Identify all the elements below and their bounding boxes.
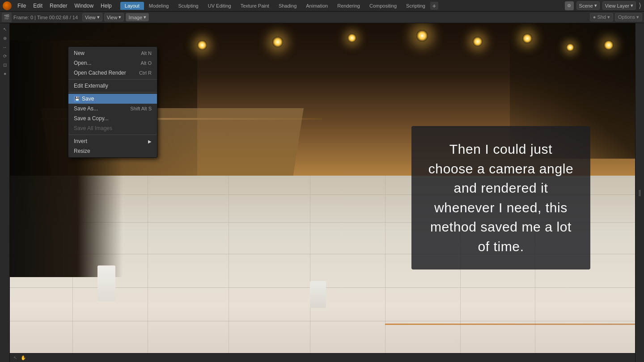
menu-item-save-all: Save All Images [68, 123, 157, 133]
menu-item-edit-externally-label: Edit Externally [74, 83, 108, 89]
status-cursor-icon: ↖ [13, 355, 17, 360]
light-5 [473, 37, 483, 46]
tile-line-v4 [310, 176, 310, 362]
tab-animation[interactable]: Animation [301, 2, 332, 10]
engine-icon: ⚙ [565, 1, 574, 10]
tab-shading[interactable]: Shading [274, 2, 301, 10]
view-layer-dropdown[interactable]: View Layer ▾ [602, 1, 636, 10]
view-type-icon: 🎬 [2, 13, 12, 22]
tab-uv-editing[interactable]: UV Editing [203, 2, 236, 10]
menu-item-invert[interactable]: Invert ▶ [68, 136, 157, 146]
options-btn[interactable]: Options ▾ [615, 13, 642, 21]
menu-item-open-cached-label: Open Cached Render [74, 70, 126, 76]
view-btn2[interactable]: View ▾ [104, 13, 124, 21]
menu-item-save[interactable]: 💾 Save [68, 94, 157, 104]
view-menu-label: View [85, 15, 96, 20]
view-btn2-label: View [107, 15, 118, 20]
blender-logo [3, 1, 12, 10]
image-menu-label: Image [128, 15, 142, 20]
light-8 [604, 40, 614, 50]
tile-line-v5 [385, 176, 386, 362]
white-obj-1 [97, 265, 115, 301]
scene-dropdown[interactable]: Scene ▾ [576, 1, 600, 10]
top-right-controls: ⚙ Scene ▾ View Layer ▾ ⟩ [565, 1, 641, 10]
status-move-icon: ✋ [21, 355, 26, 360]
menu-item-save-as[interactable]: Save As... Shift Alt S [68, 104, 157, 114]
menu-item-save-copy[interactable]: Save a Copy... [68, 114, 157, 123]
main-content: ↖ ⊕ ↔ ⟳ ⊡ ✦ [0, 23, 644, 362]
sidebar-tool-2[interactable]: ⊕ [1, 34, 9, 42]
shading-dropdown[interactable]: ● Shd ▾ [590, 13, 613, 21]
menu-item-open-shortcut: Alt O [141, 60, 152, 66]
white-obj-2 [310, 281, 326, 308]
light-4 [416, 30, 428, 42]
floor-accent [385, 324, 635, 325]
separator-2 [68, 92, 157, 93]
tile-line-v2 [148, 176, 148, 362]
expand-icon[interactable]: ⟩ [639, 1, 641, 10]
view-layer-label: View Layer [605, 3, 629, 8]
subtitle-overlay: Then I could just choose a camera angle … [411, 126, 590, 269]
tab-scripting[interactable]: Scripting [402, 2, 430, 10]
tab-compositing[interactable]: Compositing [365, 2, 401, 10]
tile-line-v3 [229, 176, 229, 362]
menu-item-save-as-shortcut: Shift Alt S [130, 106, 152, 111]
menu-item-new[interactable]: New Alt N [68, 48, 157, 58]
menu-item-invert-label: Invert [74, 138, 87, 144]
tab-layout[interactable]: Layout [120, 2, 144, 10]
tab-texture-paint[interactable]: Texture Paint [236, 2, 274, 10]
menu-item-new-shortcut: Alt N [141, 51, 152, 56]
menu-item-save-as-label: Save As... [74, 105, 98, 112]
separator-3 [68, 135, 157, 135]
right-sidebar-handle[interactable]: ‖ [635, 23, 644, 362]
menu-file[interactable]: File [14, 2, 29, 10]
menu-item-resize-label: Resize [74, 148, 90, 154]
menu-item-open-label: Open... [74, 60, 91, 66]
image-dropdown-menu: New Alt N Open... Alt O Open Cached Rend… [68, 46, 157, 158]
menu-help[interactable]: Help [97, 2, 115, 10]
second-toolbar: 🎬 Frame: 0 | Time 00:02:68 / 14 View ▾ V… [0, 12, 644, 23]
viewport-status-bar: ↖ ✋ [10, 353, 635, 362]
sidebar-tool-3[interactable]: ↔ [1, 43, 9, 51]
sidebar-tool-4[interactable]: ⟳ [1, 52, 9, 60]
menu-item-save-all-label: Save All Images [74, 125, 112, 131]
tab-rendering[interactable]: Rendering [333, 2, 364, 10]
menu-item-save-label: Save [82, 96, 94, 102]
sidebar-tool-1[interactable]: ↖ [1, 25, 9, 33]
add-workspace-button[interactable]: + [430, 2, 438, 10]
viewport-area: Then I could just choose a camera angle … [10, 23, 635, 362]
menu-item-save-copy-label: Save a Copy... [74, 115, 109, 122]
separator-1 [68, 79, 157, 80]
menu-render[interactable]: Render [47, 2, 70, 10]
menu-item-edit-externally[interactable]: Edit Externally [68, 81, 157, 91]
tab-sculpting[interactable]: Sculpting [174, 2, 203, 10]
menu-item-open-cached[interactable]: Open Cached Render Ctrl R [68, 68, 157, 78]
subtitle-text: Then I could just choose a camera angle … [426, 139, 576, 256]
menu-item-open[interactable]: Open... Alt O [68, 58, 157, 68]
menu-item-open-cached-shortcut: Ctrl R [139, 70, 152, 76]
top-menu-bar: File Edit Render Window Help Layout Mode… [0, 0, 644, 12]
view-menu-btn[interactable]: View ▾ [82, 13, 102, 21]
second-toolbar-right: ● Shd ▾ Options ▾ [590, 13, 642, 21]
tile-line-h5 [10, 321, 635, 321]
image-menu-btn[interactable]: Image ▾ [126, 13, 149, 21]
menu-item-invert-arrow: ▶ [148, 139, 152, 144]
sidebar-tool-5[interactable]: ⊡ [1, 61, 9, 69]
light-3 [347, 34, 356, 42]
menu-item-new-label: New [74, 50, 85, 56]
save-icon: 💾 [74, 96, 80, 102]
left-sidebar: ↖ ⊕ ↔ ⟳ ⊡ ✦ [0, 23, 10, 362]
scene-label: Scene [579, 3, 593, 8]
sidebar-tool-6[interactable]: ✦ [1, 70, 9, 78]
workspace-tabs: Layout Modeling Sculpting UV Editing Tex… [120, 2, 438, 10]
tab-modeling[interactable]: Modeling [144, 2, 174, 10]
menu-item-resize[interactable]: Resize [68, 146, 157, 156]
light-6 [522, 34, 532, 43]
frame-info: Frame: 0 | Time 00:02:68 / 14 [13, 15, 78, 20]
menu-window[interactable]: Window [71, 2, 97, 10]
menu-edit[interactable]: Edit [30, 2, 46, 10]
